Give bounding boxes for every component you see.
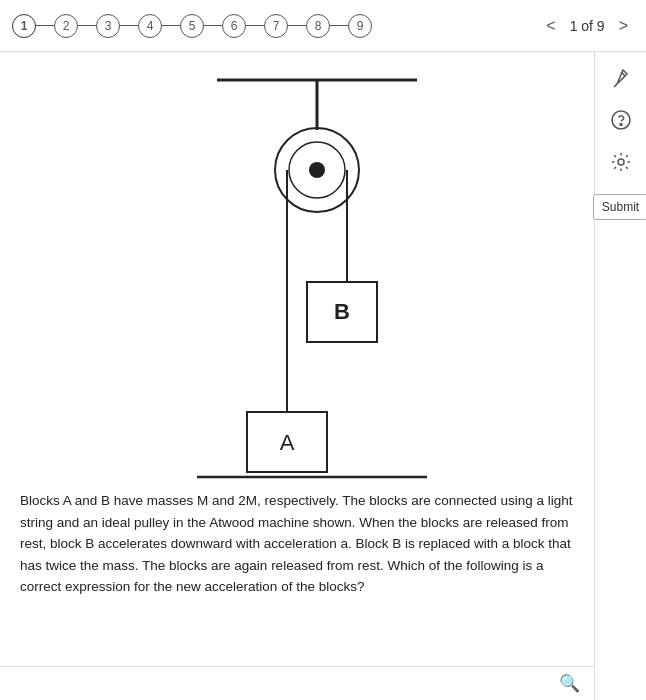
svg-point-11 [612, 111, 630, 129]
step-4[interactable]: 4 [138, 14, 162, 38]
settings-icon[interactable] [607, 148, 635, 176]
submit-button[interactable]: Submit [593, 194, 646, 220]
question-area: A B Blocks A and B have masses M and 2M,… [0, 52, 594, 700]
main-content: A B Blocks A and B have masses M and 2M,… [0, 52, 646, 700]
step-1[interactable]: 1 [12, 14, 36, 38]
bottom-bar: 🔍 [0, 666, 594, 700]
svg-point-12 [620, 124, 622, 126]
next-button[interactable]: > [613, 15, 634, 37]
problem-text: Blocks A and B have masses M and 2M, res… [20, 490, 574, 608]
step-line-6 [246, 25, 264, 27]
step-line-2 [78, 25, 96, 27]
svg-point-4 [309, 162, 325, 178]
step-line-1 [36, 25, 54, 27]
step-5[interactable]: 5 [180, 14, 204, 38]
diagram-container: A B [20, 62, 574, 482]
right-sidebar: Submit [594, 52, 646, 700]
help-icon[interactable] [607, 106, 635, 134]
nav-controls: < 1 of 9 > [540, 15, 634, 37]
step-line-7 [288, 25, 306, 27]
step-7[interactable]: 7 [264, 14, 288, 38]
prev-button[interactable]: < [540, 15, 561, 37]
svg-point-13 [618, 159, 624, 165]
step-9[interactable]: 9 [348, 14, 372, 38]
step-line-8 [330, 25, 348, 27]
search-icon[interactable]: 🔍 [559, 673, 580, 694]
block-a-label: A [280, 430, 295, 455]
atwood-diagram: A B [137, 62, 457, 482]
step-2[interactable]: 2 [54, 14, 78, 38]
page-indicator: 1 of 9 [570, 18, 605, 34]
step-3[interactable]: 3 [96, 14, 120, 38]
step-line-4 [162, 25, 180, 27]
step-line-5 [204, 25, 222, 27]
step-6[interactable]: 6 [222, 14, 246, 38]
pencil-icon[interactable] [607, 64, 635, 92]
block-b-label: B [334, 299, 350, 324]
step-8[interactable]: 8 [306, 14, 330, 38]
steps-container: 123456789 [12, 14, 528, 38]
step-line-3 [120, 25, 138, 27]
top-bar: 123456789 < 1 of 9 > [0, 0, 646, 52]
